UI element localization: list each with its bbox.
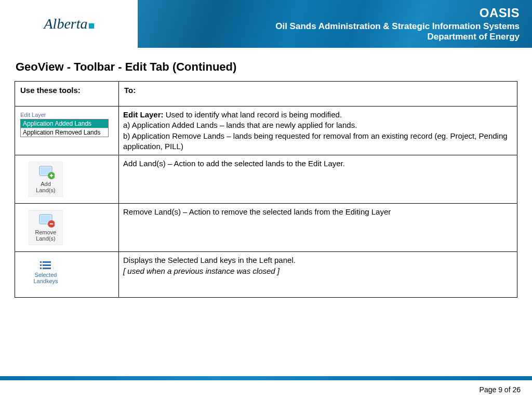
edit-layer-option-selected[interactable]: Application Added Lands bbox=[21, 119, 108, 128]
selected-landkeys-button[interactable]: SelectedLandkeys bbox=[29, 258, 63, 287]
logo-square-icon bbox=[89, 23, 94, 29]
logo-text: Alberta bbox=[44, 16, 88, 32]
svg-rect-11 bbox=[40, 264, 42, 266]
desc-text: a) Application Added Lands – lands that … bbox=[123, 121, 357, 129]
svg-rect-4 bbox=[51, 174, 52, 177]
row-desc: Remove Land(s) – Action to remove the se… bbox=[119, 204, 517, 252]
svg-rect-10 bbox=[43, 261, 51, 263]
remove-lands-icon bbox=[30, 212, 61, 228]
svg-rect-8 bbox=[50, 223, 53, 224]
desc-italic: [ used when a previous instance was clos… bbox=[123, 267, 280, 275]
desc-text: Remove Land(s) – Action to remove the se… bbox=[123, 207, 391, 216]
list-icon bbox=[30, 260, 62, 271]
desc-text: Add Land(s) – Action to add the selected… bbox=[123, 159, 345, 168]
page-title: GeoView - Toolbar - Edit Tab (Continued) bbox=[16, 60, 517, 74]
edit-layer-option[interactable]: Application Removed Lands bbox=[21, 128, 108, 137]
content: GeoView - Toolbar - Edit Tab (Continued)… bbox=[0, 48, 532, 298]
banner: OASIS Oil Sands Administration & Strateg… bbox=[138, 0, 532, 48]
alberta-logo: Alberta bbox=[44, 16, 94, 32]
logo-area: Alberta bbox=[0, 0, 138, 48]
table-row: Edit Layer Application Added Lands Appli… bbox=[15, 107, 517, 155]
row-desc: Add Land(s) – Action to add the selected… bbox=[119, 155, 517, 204]
footer-stripe bbox=[0, 376, 532, 380]
page-number: Page 9 of 26 bbox=[480, 385, 521, 394]
tool-table: Use these tools: To: Edit Layer Applicat… bbox=[15, 81, 517, 298]
svg-rect-13 bbox=[40, 268, 42, 269]
table-row: AddLand(s) Add Land(s) – Action to add t… bbox=[15, 155, 517, 204]
desc-text: Used to identify what land record is bei… bbox=[164, 110, 342, 119]
banner-subtitle-1: Oil Sands Administration & Strategic Inf… bbox=[275, 21, 520, 32]
banner-subtitle-2: Department of Energy bbox=[275, 32, 520, 42]
table-row: RemoveLand(s) Remove Land(s) – Action to… bbox=[15, 204, 517, 252]
col-header-tools: Use these tools: bbox=[15, 82, 119, 107]
desc-text: Displays the Selected Land keys in the L… bbox=[123, 256, 296, 264]
edit-layer-dropdown[interactable]: Edit Layer Application Added Lands Appli… bbox=[19, 110, 114, 139]
button-caption: SelectedLandkeys bbox=[30, 272, 62, 284]
table-header-row: Use these tools: To: bbox=[15, 82, 517, 107]
edit-layer-listbox[interactable]: Application Added Lands Application Remo… bbox=[20, 119, 109, 137]
svg-rect-9 bbox=[40, 261, 42, 263]
table-row: SelectedLandkeys Displays the Selected L… bbox=[15, 252, 517, 298]
row-desc: Displays the Selected Land keys in the L… bbox=[119, 252, 517, 298]
desc-bold: Edit Layer: bbox=[123, 110, 164, 119]
col-header-to: To: bbox=[119, 82, 517, 107]
add-lands-button[interactable]: AddLand(s) bbox=[29, 162, 63, 197]
svg-rect-12 bbox=[43, 264, 51, 266]
row-desc: Edit Layer: Used to identify what land r… bbox=[119, 107, 517, 155]
edit-layer-label: Edit Layer bbox=[20, 112, 113, 118]
button-caption: AddLand(s) bbox=[30, 181, 61, 193]
svg-rect-14 bbox=[43, 268, 51, 269]
banner-title: OASIS bbox=[275, 6, 520, 20]
header: Alberta OASIS Oil Sands Administration &… bbox=[0, 0, 532, 48]
add-lands-icon bbox=[30, 164, 61, 180]
desc-text: b) Application Remove Lands – lands bein… bbox=[123, 131, 508, 151]
button-caption: RemoveLand(s) bbox=[30, 229, 61, 242]
remove-lands-button[interactable]: RemoveLand(s) bbox=[29, 210, 63, 245]
